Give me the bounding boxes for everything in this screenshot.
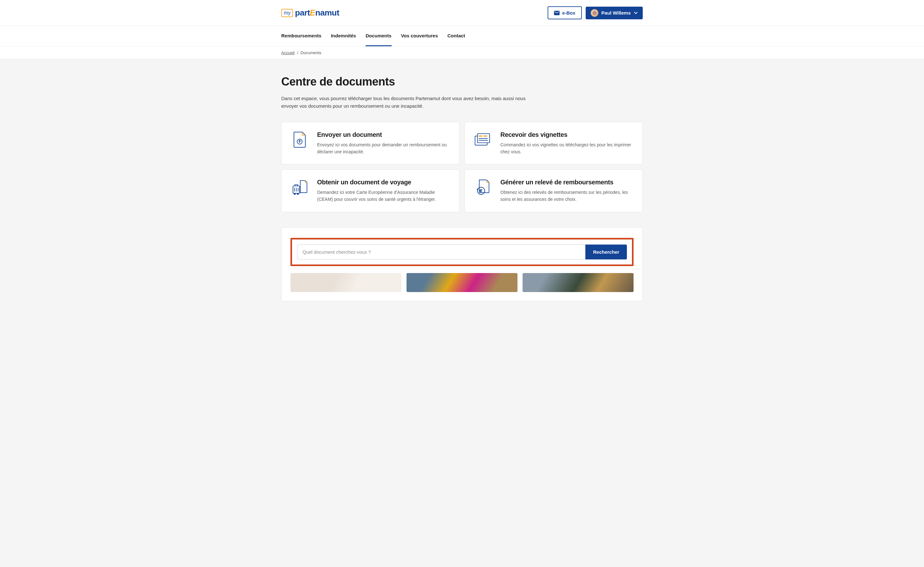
card-title: Obtenir un document de voyage [317, 178, 450, 186]
svg-point-9 [297, 194, 298, 195]
category-images-row [290, 273, 634, 292]
card-travel-document[interactable]: Obtenir un document de voyage Demandez i… [281, 170, 459, 212]
search-button[interactable]: Rechercher [585, 244, 627, 260]
logo-my: my [281, 9, 293, 17]
card-title: Envoyer un document [317, 131, 450, 138]
breadcrumb: Accueil / Documents [281, 50, 643, 55]
card-desc: Obtenez ici des relevés de remboursement… [500, 189, 633, 203]
logo-text: partEnamut [295, 8, 339, 18]
category-image[interactable] [290, 273, 402, 292]
user-menu-button[interactable]: Paul Willems [586, 7, 643, 20]
svg-rect-4 [483, 136, 488, 137]
user-name: Paul Willems [602, 10, 631, 15]
page-title: Centre de documents [281, 75, 643, 88]
svg-rect-3 [479, 136, 483, 137]
upload-document-icon [291, 131, 308, 148]
card-desc: Commandez ici vos vignettes ou télécharg… [500, 142, 633, 155]
card-desc: Envoyez ici vos documents pour demander … [317, 142, 450, 155]
chevron-down-icon [634, 12, 638, 14]
action-cards-grid: Envoyer un document Envoyez ici vos docu… [281, 122, 643, 212]
nav-item-indemnités[interactable]: Indemnités [331, 26, 356, 46]
category-image[interactable] [522, 273, 634, 292]
mail-icon [554, 11, 560, 15]
refund-statement-icon [474, 178, 492, 196]
category-image[interactable] [406, 273, 518, 292]
card-receive-stickers[interactable]: Recevoir des vignettes Commandez ici vos… [465, 122, 643, 164]
card-send-document[interactable]: Envoyer un document Envoyez ici vos docu… [281, 122, 459, 164]
card-title: Recevoir des vignettes [500, 131, 633, 138]
luggage-icon [291, 178, 308, 196]
nav-item-documents[interactable]: Documents [366, 26, 391, 46]
nav-item-contact[interactable]: Contact [447, 26, 465, 46]
search-highlight-box: Rechercher [290, 238, 634, 266]
search-input[interactable] [297, 244, 585, 260]
stickers-icon [474, 131, 492, 148]
nav-item-vos-couvertures[interactable]: Vos couvertures [401, 26, 438, 46]
breadcrumb-current: Documents [301, 50, 322, 55]
card-generate-statement[interactable]: Générer un relevé de remboursements Obte… [465, 170, 643, 212]
card-desc: Demandez ici votre Carte Européenne d'As… [317, 189, 450, 203]
page-description: Dans cet espace, vous pourrez télécharge… [281, 95, 528, 110]
avatar [591, 9, 598, 17]
ebox-label: e-Box [562, 10, 575, 15]
search-panel: Rechercher [281, 227, 643, 301]
top-header: my partEnamut e-Box Paul Willems [0, 0, 924, 26]
breadcrumb-home[interactable]: Accueil [281, 50, 295, 55]
main-content: Centre de documents Dans cet espace, vou… [0, 59, 924, 304]
breadcrumb-bar: Accueil / Documents [0, 46, 924, 59]
main-nav: RemboursementsIndemnitésDocumentsVos cou… [0, 26, 924, 46]
card-title: Générer un relevé de remboursements [500, 178, 633, 186]
ebox-button[interactable]: e-Box [548, 6, 582, 20]
breadcrumb-separator: / [297, 50, 298, 55]
nav-item-remboursements[interactable]: Remboursements [281, 26, 322, 46]
svg-point-8 [294, 194, 295, 195]
logo[interactable]: my partEnamut [281, 8, 339, 18]
